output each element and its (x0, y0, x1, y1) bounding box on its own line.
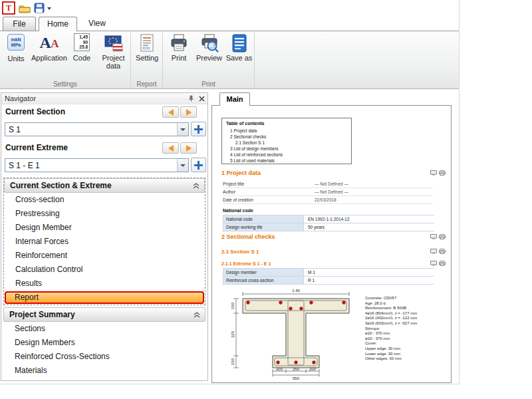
combo-dropdown-button[interactable] (177, 159, 188, 172)
open-button[interactable] (18, 2, 31, 14)
previous-section-button[interactable] (162, 106, 179, 118)
dim-left-label-1: 150 (231, 302, 235, 309)
units-button-label: Units (1, 55, 31, 63)
units-icon-text-1: mkN (11, 37, 21, 43)
save-quick-button[interactable] (33, 2, 46, 14)
add-section-button[interactable] (191, 122, 206, 136)
note-line: Cover: (365, 341, 446, 346)
nav-item-reinforced-cross-sections[interactable]: Reinforced Cross-Sections (3, 350, 205, 364)
nav-item-prestressing[interactable]: Prestressing (4, 207, 205, 221)
combo-dropdown-button[interactable] (177, 123, 188, 136)
nav-item-results[interactable]: Results (4, 277, 205, 291)
collapse-chevron-icon[interactable] (194, 312, 200, 318)
current-extreme-label: Current Extreme (5, 143, 68, 152)
heading-section-s1: 2.1 Section S 1 (221, 249, 259, 255)
chevron-down-icon (180, 128, 186, 131)
eu-flag-icon (104, 33, 124, 53)
code-button[interactable]: 1,459025.8 Code (67, 33, 96, 79)
current-section-value: S 1 (9, 125, 21, 134)
toc-item: 2.1 Section S 1 (235, 140, 351, 146)
report-field-row: Date of creation 22/03/2018 (223, 196, 433, 204)
panel-header-project-summary[interactable]: Project Summary (3, 307, 205, 322)
display-toggle-icon[interactable] (430, 170, 437, 176)
plus-icon (194, 161, 203, 170)
nav-item-internal-forces[interactable]: Internal Forces (4, 235, 205, 249)
toolbar-customize-button[interactable] (45, 3, 53, 15)
toc-item: 2 Sectional checks (230, 134, 351, 140)
application-button-label: Application (31, 54, 66, 62)
field-value: 22/03/2018 (315, 198, 336, 202)
heading-row-section-s1: 2.1 Section S 1 (221, 248, 446, 255)
arrow-right-icon (186, 109, 192, 116)
tab-home[interactable]: Home (39, 17, 77, 31)
field-label: Author (223, 190, 315, 194)
ribbon-group-settings: mkNMPa Units A A Application 1,459025.8 … (0, 31, 131, 88)
chevron-down-icon (47, 7, 51, 10)
nav-item-cross-section[interactable]: Cross-section (4, 193, 205, 207)
heading-row-extreme: 2.1.1 Extreme S 1 - E 1 (221, 260, 446, 267)
previous-extreme-button[interactable] (162, 142, 179, 154)
report-setting-button[interactable]: Setting (132, 33, 162, 79)
close-icon[interactable] (199, 96, 205, 102)
application-icon-letter-1: A (40, 33, 51, 52)
nav-item-materials[interactable]: Materials (3, 364, 205, 378)
extreme-table: Design member M 1 Reinforced cross-secti… (223, 268, 434, 285)
ribbon-group-report: Setting Report (131, 31, 163, 88)
current-section-combobox[interactable]: S 1 (5, 122, 189, 136)
next-section-button[interactable] (180, 106, 197, 118)
print-preview-icon (200, 33, 219, 53)
collapse-chevron-icon[interactable] (193, 183, 200, 189)
preview-button[interactable]: Preview (194, 33, 224, 79)
units-button[interactable]: mkNMPa Units (1, 33, 31, 79)
nav-item-sections[interactable]: Sections (3, 322, 205, 336)
field-label: Date of creation (223, 198, 315, 202)
units-icon: mkNMPa (6, 34, 26, 54)
table-row: National code EN 1992-1-1:2014-12 (223, 215, 434, 223)
cross-section-drawing: 1.40 150 325 150 (229, 287, 362, 380)
group-label-settings: Settings (0, 80, 130, 88)
nav-item-reinforcement[interactable]: Reinforcement (4, 249, 205, 263)
print-button[interactable]: Print (165, 33, 193, 79)
save-as-button-label: Save as (225, 54, 253, 62)
report-setting-icon (137, 33, 157, 53)
note-line: Lower edge: 30 mm (365, 352, 446, 357)
report-preview-area: Table of contents 1 Project data 2 Secti… (211, 105, 452, 383)
print-toggle-icon[interactable] (439, 170, 446, 176)
tab-main[interactable]: Main (219, 92, 250, 106)
note-line: 3ø16 (603mm²), z = -527 mm (365, 321, 446, 327)
application-button[interactable]: A A Application (31, 33, 66, 79)
pin-icon[interactable] (188, 95, 194, 102)
nav-item-calculation-control[interactable]: Calculation Control (4, 263, 205, 277)
app-logo: T (2, 1, 15, 15)
tab-file[interactable]: File (3, 17, 36, 31)
dim-bottom-label-3: 200 (309, 367, 317, 371)
panel-title: Project Summary (9, 310, 75, 319)
current-extreme-combobox[interactable]: S 1 - E 1 (5, 158, 189, 172)
nav-item-report-selected[interactable]: Report (5, 291, 204, 304)
group-label-print: Print (163, 80, 254, 88)
print-toggle-icon[interactable] (439, 261, 446, 266)
next-extreme-button[interactable] (180, 142, 197, 154)
print-toggle-icon[interactable] (439, 234, 446, 239)
table-of-contents: Table of contents 1 Project data 2 Secti… (221, 118, 352, 164)
save-as-button[interactable]: Save as (225, 33, 253, 79)
application-icon-letter-2: A (51, 37, 59, 51)
project-data-button[interactable]: Project data (97, 33, 130, 79)
table-row: Design working life 50 years (223, 223, 434, 231)
display-toggle-icon[interactable] (430, 234, 437, 239)
display-toggle-icon[interactable] (430, 261, 437, 266)
toc-item: 3 List of design members (230, 146, 351, 152)
note-line: Reinforcement: B 500B (365, 306, 446, 311)
nav-item-design-member[interactable]: Design Member (4, 221, 205, 235)
navigator-panel: Navigator Current Section S 1 Current Ex… (1, 92, 208, 381)
add-extreme-button[interactable] (191, 158, 206, 172)
dim-left-label-2: 325 (231, 331, 235, 338)
app-logo-letter: T (6, 3, 11, 13)
note-line: Concrete: C50/57 (365, 296, 446, 301)
arrow-right-icon (186, 145, 192, 152)
tab-view[interactable]: View (80, 17, 114, 31)
display-toggle-icon[interactable] (430, 249, 437, 254)
panel-header-current-section-extreme[interactable]: Current Section & Extreme (4, 178, 205, 193)
print-toggle-icon[interactable] (439, 249, 446, 254)
nav-item-design-members[interactable]: Design Members (3, 336, 205, 350)
